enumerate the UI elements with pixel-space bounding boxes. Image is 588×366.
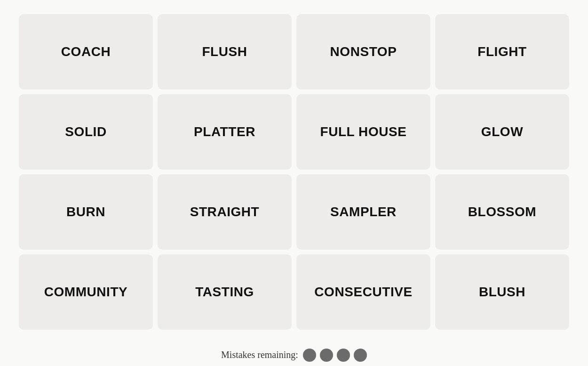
grid-cell-straight[interactable]: STRAIGHT [158,174,292,250]
cell-label-coach: COACH [61,44,111,59]
grid-cell-glow[interactable]: GLOW [435,94,569,170]
cell-label-flight: FLIGHT [477,44,526,59]
grid-cell-sampler[interactable]: SAMPLER [296,174,430,250]
mistakes-footer: Mistakes remaining: [221,349,367,362]
cell-label-solid: SOLID [65,124,106,139]
grid-cell-community[interactable]: COMMUNITY [19,254,153,330]
grid-cell-full-house[interactable]: FULL HOUSE [296,94,430,170]
mistake-dots [303,349,367,362]
cell-label-platter: PLATTER [194,124,255,139]
cell-label-burn: BURN [66,204,105,220]
mistake-dot-4 [354,349,367,362]
cell-label-nonstop: NONSTOP [330,44,397,59]
cell-label-tasting: TASTING [195,285,254,300]
cell-label-full-house: FULL HOUSE [320,124,407,139]
cell-label-flush: FLUSH [202,44,247,59]
mistake-dot-3 [337,349,350,362]
cell-label-blossom: BLOSSOM [468,204,536,220]
mistake-dot-2 [320,349,333,362]
cell-label-glow: GLOW [481,124,523,139]
grid-cell-burn[interactable]: BURN [19,174,153,250]
mistake-dot-1 [303,349,316,362]
grid-cell-flight[interactable]: FLIGHT [435,14,569,89]
grid-cell-flush[interactable]: FLUSH [158,14,292,89]
cell-label-sampler: SAMPLER [330,204,397,220]
grid-cell-blush[interactable]: BLUSH [435,254,569,330]
grid-cell-solid[interactable]: SOLID [19,94,153,170]
cell-label-blush: BLUSH [479,285,525,300]
cell-label-straight: STRAIGHT [190,204,260,220]
word-grid: COACHFLUSHNONSTOPFLIGHTSOLIDPLATTERFULL … [9,5,579,339]
grid-cell-coach[interactable]: COACH [19,14,153,89]
grid-cell-consecutive[interactable]: CONSECUTIVE [296,254,430,330]
grid-cell-blossom[interactable]: BLOSSOM [435,174,569,250]
grid-cell-nonstop[interactable]: NONSTOP [296,14,430,89]
cell-label-community: COMMUNITY [44,285,128,300]
grid-cell-tasting[interactable]: TASTING [158,254,292,330]
grid-cell-platter[interactable]: PLATTER [158,94,292,170]
mistakes-label: Mistakes remaining: [221,350,298,360]
cell-label-consecutive: CONSECUTIVE [314,285,412,300]
